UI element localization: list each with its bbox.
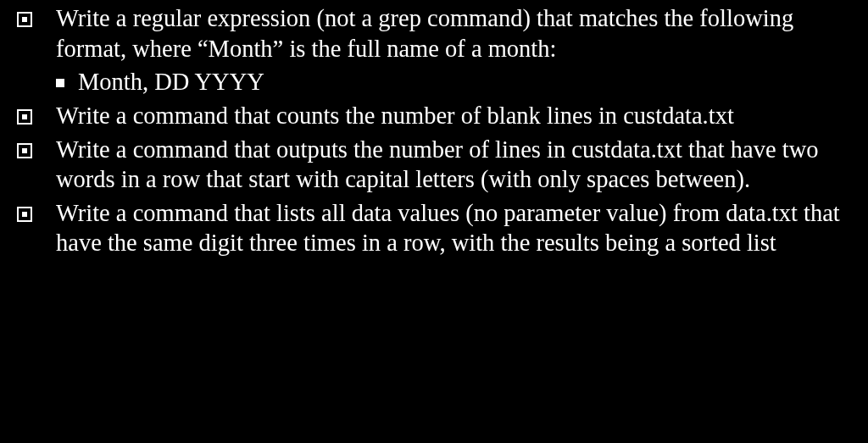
item-text: Write a command that counts the number o…	[56, 101, 851, 131]
bullet-square-icon	[17, 12, 32, 27]
list-item: Write a command that lists all data valu…	[17, 198, 851, 258]
item-text: Month, DD YYYY	[78, 67, 851, 97]
bullet-small-square-icon	[56, 79, 64, 87]
item-text: Write a command that lists all data valu…	[56, 198, 851, 258]
list-item: Write a regular expression (not a grep c…	[17, 3, 851, 64]
bullet-square-icon	[17, 143, 32, 158]
slide-content: Write a regular expression (not a grep c…	[0, 0, 868, 258]
bullet-square-icon	[17, 109, 32, 125]
list-item: Write a command that counts the number o…	[17, 101, 851, 131]
list-item: Month, DD YYYY	[56, 67, 851, 97]
list-item: Write a command that outputs the number …	[17, 135, 851, 195]
bullet-square-icon	[17, 207, 32, 222]
item-text: Write a command that outputs the number …	[56, 135, 851, 195]
item-text: Write a regular expression (not a grep c…	[56, 3, 851, 64]
